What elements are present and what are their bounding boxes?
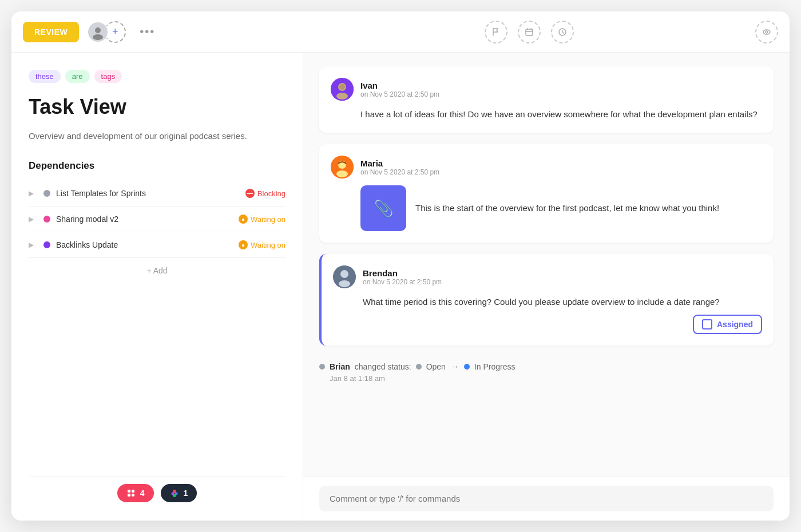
dep-name[interactable]: Backlinks Update (56, 240, 233, 249)
task-title: Task View (29, 94, 285, 119)
dep-status-dot (43, 190, 50, 197)
svg-rect-8 (128, 494, 130, 497)
comment-input-area (303, 476, 790, 521)
svg-point-16 (336, 93, 348, 100)
more-options-button[interactable]: ••• (140, 25, 155, 38)
comment-meta: Brendan on Nov 5 2020 at 2:50 pm (363, 268, 442, 286)
comment-with-attachment: 📎 This is the start of the overview for … (331, 185, 762, 231)
comment-meta: Maria on Nov 5 2020 at 2:50 pm (360, 158, 439, 176)
status-actor: Brian (330, 362, 350, 371)
tag-tags[interactable]: tags (94, 70, 122, 83)
figma-plugin-pill[interactable]: 4 (117, 484, 154, 502)
dependencies-heading: Dependencies (29, 160, 285, 172)
top-bar-center (315, 21, 744, 43)
dep-name[interactable]: Sharing modal v2 (56, 215, 233, 224)
tag-these[interactable]: these (29, 70, 61, 83)
avatar-group: + (87, 21, 126, 43)
status-arrow-icon: → (450, 362, 459, 372)
app-window: REVIEW + ••• (11, 11, 790, 521)
avatar-brendan (333, 265, 356, 288)
add-dependency-button[interactable]: + Add (29, 258, 285, 283)
assigned-checkbox (702, 319, 712, 329)
dep-chevron-icon[interactable]: ▶ (29, 215, 38, 223)
status-timestamp: Jan 8 at 1:18 am (319, 374, 774, 383)
avatar-person (87, 21, 109, 43)
comment-header: Maria on Nov 5 2020 at 2:50 pm (331, 156, 762, 178)
svg-rect-6 (128, 490, 130, 493)
svg-point-22 (340, 270, 348, 278)
svg-point-1 (93, 34, 103, 40)
comments-area: Ivan on Nov 5 2020 at 2:50 pm I have a l… (303, 53, 790, 476)
dependencies-list: ▶ List Templates for Sprints — Blocking … (29, 181, 285, 258)
top-bar-right (744, 21, 778, 43)
flag-button[interactable] (485, 21, 507, 43)
svg-point-13 (173, 494, 176, 497)
dependency-item: ▶ Backlinks Update ● Waiting on (29, 232, 285, 258)
pill-dark-count: 1 (184, 489, 188, 498)
comment-timestamp: on Nov 5 2020 at 2:50 pm (360, 90, 439, 98)
comment-timestamp: on Nov 5 2020 at 2:50 pm (360, 168, 439, 176)
eye-button[interactable] (755, 21, 778, 43)
svg-point-23 (339, 280, 350, 287)
svg-point-0 (95, 27, 101, 33)
status-from: Open (426, 362, 446, 371)
comment-meta: Ivan on Nov 5 2020 at 2:50 pm (360, 81, 439, 98)
dep-status-blocking: — Blocking (245, 189, 285, 198)
status-change-entry: Brian changed status: Open → In Progress… (319, 357, 774, 387)
avatar-ivan (331, 78, 354, 101)
attachment-thumbnail[interactable]: 📎 (360, 185, 406, 231)
waiting-icon: ● (239, 215, 248, 224)
comment-card: Ivan on Nov 5 2020 at 2:50 pm I have a l… (319, 66, 774, 133)
svg-point-9 (132, 494, 134, 497)
left-panel: these are tags Task View Overview and de… (11, 53, 303, 521)
dep-status-waiting: ● Waiting on (239, 215, 285, 224)
comment-header: Brendan on Nov 5 2020 at 2:50 pm (333, 265, 762, 288)
bottom-toolbar: 4 1 (29, 477, 285, 509)
svg-rect-7 (132, 490, 134, 493)
assigned-label: Assigned (717, 320, 753, 329)
svg-point-5 (766, 31, 768, 33)
comment-actions: Assigned (333, 315, 762, 334)
comment-author: Maria (360, 158, 439, 168)
main-content: these are tags Task View Overview and de… (11, 53, 790, 521)
dep-name[interactable]: List Templates for Sprints (56, 189, 240, 198)
comment-card: Maria on Nov 5 2020 at 2:50 pm 📎 This is… (319, 144, 774, 243)
tags-row: these are tags (29, 70, 285, 83)
status-dot-blue (464, 364, 470, 370)
status-change-row: Brian changed status: Open → In Progress (319, 362, 774, 372)
comment-card-highlighted: Brendan on Nov 5 2020 at 2:50 pm What ti… (319, 254, 774, 346)
calendar-button[interactable] (518, 21, 541, 43)
svg-point-4 (763, 30, 770, 34)
review-button[interactable]: REVIEW (23, 22, 79, 42)
waiting-icon: ● (239, 240, 248, 249)
status-to: In Progress (474, 362, 516, 371)
top-bar-left: REVIEW + ••• (23, 21, 315, 43)
figma-pill-dark[interactable]: 1 (161, 484, 197, 502)
dep-chevron-icon[interactable]: ▶ (29, 241, 38, 249)
comment-timestamp: on Nov 5 2020 at 2:50 pm (363, 278, 442, 286)
comment-body: This is the start of the overview for th… (415, 201, 719, 215)
svg-rect-2 (526, 29, 533, 35)
dependency-item: ▶ Sharing modal v2 ● Waiting on (29, 207, 285, 232)
avatar-maria (331, 156, 354, 178)
dep-status-dot (43, 216, 50, 223)
task-description: Overview and development of our original… (29, 129, 285, 143)
top-bar: REVIEW + ••• (11, 11, 790, 53)
comment-input[interactable] (319, 486, 774, 511)
status-dot-gray (319, 364, 325, 370)
svg-point-20 (336, 170, 348, 177)
comment-author: Ivan (360, 81, 439, 90)
dep-status-dot (43, 241, 50, 248)
comment-author: Brendan (363, 268, 442, 278)
dep-status-waiting: ● Waiting on (239, 240, 285, 249)
comment-body: I have a lot of ideas for this! Do we ha… (331, 108, 762, 121)
comment-header: Ivan on Nov 5 2020 at 2:50 pm (331, 78, 762, 101)
dependency-item: ▶ List Templates for Sprints — Blocking (29, 181, 285, 207)
dep-chevron-icon[interactable]: ▶ (29, 189, 38, 197)
tag-are[interactable]: are (65, 70, 90, 83)
clock-button[interactable] (551, 21, 574, 43)
svg-point-17 (339, 84, 345, 90)
attachment-icon: 📎 (374, 199, 394, 218)
assigned-button[interactable]: Assigned (693, 315, 762, 334)
blocking-icon: — (245, 189, 255, 198)
